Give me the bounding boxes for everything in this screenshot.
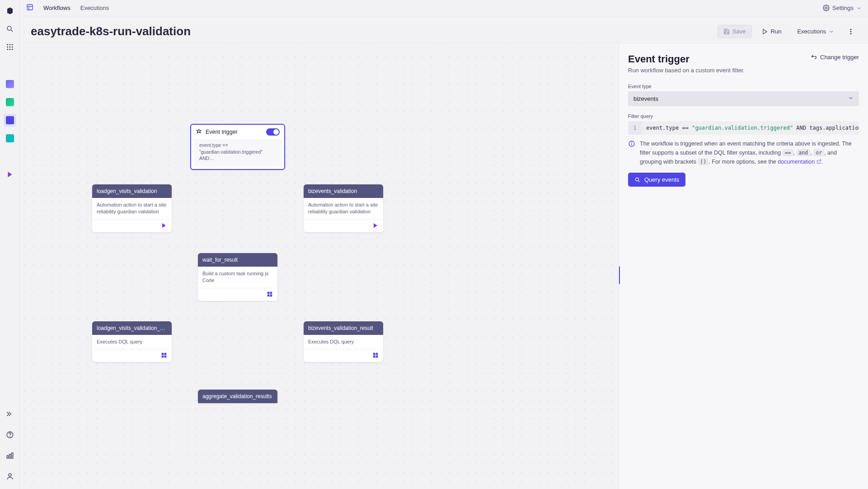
action-grid-icon bbox=[266, 290, 274, 298]
left-sidebar bbox=[0, 0, 20, 489]
svg-rect-34 bbox=[376, 353, 378, 355]
alarm-icon bbox=[196, 129, 202, 135]
svg-point-0 bbox=[7, 26, 11, 30]
workflow-canvas[interactable]: Event trigger event.type == "guardian.va… bbox=[20, 43, 619, 489]
node-bizevents-validation-result[interactable]: bizevents_validation_result Executes DQL… bbox=[304, 321, 383, 362]
svg-point-23 bbox=[850, 31, 852, 32]
svg-line-42 bbox=[638, 180, 640, 182]
node-body: Build a custom task running js Code bbox=[198, 267, 277, 288]
workflow-title: easytrade-k8s-run-validation bbox=[31, 24, 718, 38]
change-trigger-button[interactable]: Change trigger bbox=[810, 53, 859, 61]
svg-rect-35 bbox=[373, 356, 375, 358]
node-title: aggregate_validation_results bbox=[198, 390, 277, 403]
node-event-trigger[interactable]: Event trigger event.type == "guardian.va… bbox=[190, 124, 285, 170]
settings-label: Settings bbox=[832, 5, 854, 11]
svg-point-16 bbox=[9, 474, 11, 476]
info-hint: The workflow is triggered when an event … bbox=[628, 139, 859, 166]
action-play-icon bbox=[160, 221, 168, 230]
executions-label: Executions bbox=[797, 28, 826, 35]
panel-subtitle: Run workflow based on a custom event fil… bbox=[628, 67, 859, 74]
panel-resize-handle[interactable] bbox=[619, 266, 620, 284]
help-icon[interactable] bbox=[4, 428, 16, 441]
save-button[interactable]: Save bbox=[718, 25, 752, 38]
more-vertical-icon bbox=[847, 28, 854, 35]
svg-rect-28 bbox=[270, 294, 272, 296]
apps-icon[interactable] bbox=[4, 41, 16, 53]
node-aggregate-validation-results[interactable]: aggregate_validation_results bbox=[198, 390, 277, 403]
search-icon[interactable] bbox=[4, 23, 16, 35]
workflows-tab-icon bbox=[26, 4, 33, 12]
node-title: loadgen_visits_validation_r… bbox=[92, 321, 172, 335]
svg-point-41 bbox=[635, 178, 638, 181]
svg-point-6 bbox=[9, 47, 10, 48]
documentation-link[interactable]: documentation bbox=[778, 159, 821, 165]
app-teal-icon[interactable] bbox=[4, 132, 16, 145]
svg-point-10 bbox=[11, 49, 13, 50]
play-icon bbox=[762, 28, 768, 35]
search-icon bbox=[634, 177, 641, 183]
tab-executions[interactable]: Executions bbox=[80, 1, 109, 15]
action-play-icon bbox=[371, 221, 380, 230]
svg-point-12 bbox=[9, 436, 10, 437]
line-number: 1 bbox=[628, 121, 642, 135]
logo-icon[interactable] bbox=[4, 5, 16, 17]
app-cube-icon[interactable] bbox=[4, 78, 16, 90]
svg-rect-30 bbox=[164, 353, 167, 355]
executions-dropdown[interactable]: Executions bbox=[791, 25, 840, 38]
app-workflows-icon[interactable] bbox=[4, 114, 16, 127]
node-title: wait_for_result bbox=[198, 253, 277, 267]
trigger-label: Event trigger bbox=[206, 129, 238, 135]
svg-rect-14 bbox=[9, 454, 10, 458]
node-loadgen-visits-validation-result[interactable]: loadgen_visits_validation_r… Executes DQ… bbox=[92, 321, 172, 362]
svg-point-9 bbox=[9, 49, 10, 50]
svg-rect-32 bbox=[164, 356, 167, 358]
node-wait-for-result[interactable]: wait_for_result Build a custom task runn… bbox=[198, 253, 277, 301]
node-body: Automation action to start a site reliab… bbox=[92, 198, 172, 219]
save-icon bbox=[723, 28, 730, 35]
svg-point-20 bbox=[826, 7, 827, 9]
query-events-button[interactable]: Query events bbox=[628, 173, 685, 187]
svg-rect-27 bbox=[267, 294, 270, 296]
code-content: event.type == "guardian.validation.trigg… bbox=[642, 121, 859, 135]
query-events-label: Query events bbox=[644, 176, 679, 183]
svg-rect-31 bbox=[162, 356, 164, 358]
save-label: Save bbox=[732, 28, 746, 35]
app-green-icon[interactable] bbox=[4, 96, 16, 108]
external-link-icon bbox=[816, 159, 821, 164]
svg-point-8 bbox=[7, 49, 8, 50]
expand-icon[interactable] bbox=[4, 408, 16, 420]
back-arrow-icon bbox=[810, 53, 817, 61]
change-trigger-label: Change trigger bbox=[820, 54, 859, 61]
node-bizevents-validation[interactable]: bizevents_validation Automation action t… bbox=[304, 184, 383, 232]
node-body: Automation action to start a site reliab… bbox=[304, 198, 383, 219]
chevron-down-icon bbox=[848, 95, 854, 102]
node-title: bizevents_validation bbox=[304, 184, 383, 198]
svg-point-3 bbox=[9, 44, 10, 45]
dashboard-icon[interactable] bbox=[4, 449, 16, 462]
connectors bbox=[20, 43, 155, 111]
settings-link[interactable]: Settings bbox=[823, 5, 862, 11]
trigger-toggle[interactable] bbox=[266, 128, 280, 136]
event-type-label: Event type bbox=[628, 84, 859, 89]
svg-line-1 bbox=[11, 30, 13, 32]
svg-point-5 bbox=[7, 47, 8, 48]
node-loadgen-visits-validation[interactable]: loadgen_visits_validation Automation act… bbox=[92, 184, 172, 232]
run-button[interactable]: Run bbox=[756, 25, 787, 38]
node-body: Executes DQL query bbox=[304, 335, 383, 349]
node-title: bizevents_validation_result bbox=[304, 321, 383, 335]
tab-workflows[interactable]: Workflows bbox=[43, 1, 70, 15]
user-icon[interactable] bbox=[4, 470, 16, 483]
more-menu-button[interactable] bbox=[845, 25, 857, 38]
event-type-select[interactable]: bizevents bbox=[628, 91, 859, 106]
svg-rect-25 bbox=[267, 292, 270, 294]
filter-query-editor[interactable]: 1 event.type == "guardian.validation.tri… bbox=[628, 121, 859, 135]
svg-point-7 bbox=[11, 47, 13, 48]
svg-rect-13 bbox=[7, 456, 8, 458]
app-play-icon[interactable] bbox=[4, 168, 16, 181]
svg-point-22 bbox=[850, 29, 852, 30]
panel-title: Event trigger bbox=[628, 53, 810, 65]
workflow-header: easytrade-k8s-run-validation Save Run Ex… bbox=[20, 16, 868, 43]
svg-rect-15 bbox=[11, 453, 13, 458]
top-tab-bar: Workflows Executions Settings bbox=[20, 0, 868, 16]
svg-line-40 bbox=[818, 160, 821, 162]
